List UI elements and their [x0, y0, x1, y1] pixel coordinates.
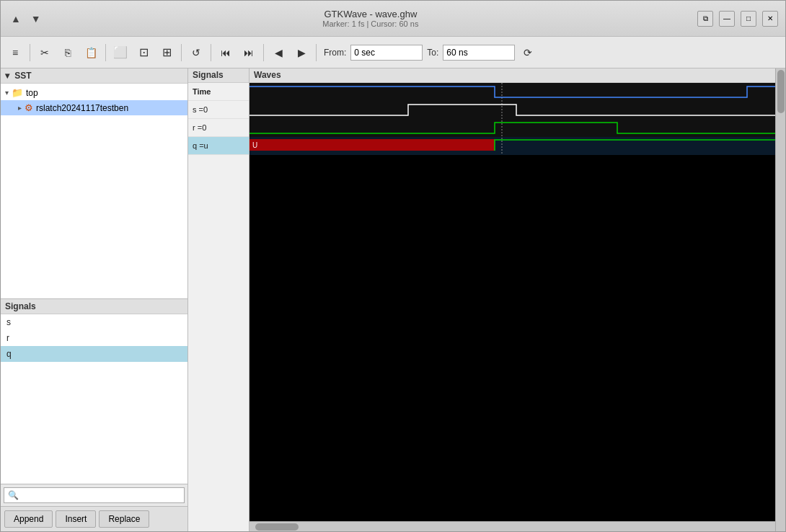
- signal-list: s r q: [1, 314, 187, 484]
- search-wrap: 🔍: [4, 487, 185, 503]
- append-button[interactable]: Append: [4, 510, 53, 528]
- search-icon: 🔍: [8, 490, 19, 500]
- h-scrollbar[interactable]: [250, 521, 775, 531]
- tree-item-top[interactable]: ▾ 📁 top: [1, 85, 187, 100]
- time-label: Time: [193, 87, 211, 96]
- sst-header: ▾ SST: [1, 68, 187, 84]
- sst-title: SST: [14, 71, 31, 81]
- signals-waves-container: Signals Time s =0 r =0 q =u: [188, 68, 785, 531]
- svg-text:U: U: [252, 141, 257, 149]
- zoom-button[interactable]: ⊞: [156, 43, 177, 63]
- from-label: From:: [324, 48, 346, 58]
- sst-section: ▾ SST ▾ 📁 top ▸ ⚙ rslatch20241117testben: [1, 68, 187, 299]
- search-bar: 🔍: [1, 484, 187, 506]
- signal-item-r[interactable]: r: [1, 330, 187, 346]
- scroll-down-arrow[interactable]: ▼: [28, 12, 44, 26]
- tree-module-icon: 📁: [12, 87, 23, 98]
- title-bar: ▲ ▼ GTKWave - wave.ghw Marker: 1 fs | Cu…: [1, 1, 785, 37]
- time-row: Time: [188, 83, 249, 101]
- tree-arrow-rslatch: ▸: [18, 104, 22, 112]
- title-bar-right: ⧉ — □ ✕: [697, 11, 778, 27]
- select-all-button[interactable]: ⬜: [110, 43, 131, 63]
- svg-rect-0: [250, 83, 775, 101]
- q-row: q =u: [188, 137, 249, 155]
- waves-header: Waves: [250, 68, 775, 83]
- title-bar-center: GTKWave - wave.ghw Marker: 1 fs | Cursor…: [44, 9, 697, 28]
- signal-list-header: Signals: [1, 299, 187, 314]
- first-button[interactable]: ⏮: [216, 43, 236, 63]
- r-row: r =0: [188, 119, 249, 137]
- tree-instance-icon: ⚙: [25, 102, 33, 113]
- sep2: [105, 44, 106, 61]
- minimize-button[interactable]: —: [719, 11, 735, 27]
- r-label: r =0: [193, 123, 206, 132]
- sep5: [263, 44, 264, 61]
- bottom-buttons: Append Insert Replace: [1, 506, 187, 531]
- signal-item-s[interactable]: s: [1, 314, 187, 330]
- zoom-fit-button[interactable]: ⊡: [133, 43, 154, 63]
- waves-canvas[interactable]: U: [250, 83, 775, 521]
- from-input[interactable]: [350, 45, 423, 61]
- toolbar: ≡ ✂ ⎘ 📋 ⬜ ⊡ ⊞ ↺ ⏮ ⏭ ◀ ▶ From: To: ⟳: [1, 37, 785, 68]
- svg-rect-5: [250, 139, 495, 151]
- sep3: [181, 44, 182, 61]
- sst-collapse-icon[interactable]: ▾: [5, 71, 9, 81]
- last-button[interactable]: ⏭: [239, 43, 259, 63]
- close-button[interactable]: ✕: [762, 11, 778, 27]
- sep1: [30, 44, 30, 61]
- h-scrollbar-thumb[interactable]: [255, 523, 299, 531]
- signal-list-section: Signals s r q 🔍 Append Insert Replace: [1, 299, 187, 531]
- signals-column: Signals Time s =0 r =0 q =u: [188, 68, 250, 531]
- waveform-svg: U: [250, 83, 775, 521]
- waves-area: Waves: [250, 68, 775, 531]
- undo-button[interactable]: ↺: [186, 43, 206, 63]
- prev-button[interactable]: ◀: [268, 43, 288, 63]
- paste-button[interactable]: 📋: [81, 43, 101, 63]
- to-input[interactable]: [443, 45, 515, 61]
- s-row: s =0: [188, 101, 249, 119]
- scroll-up-arrow[interactable]: ▲: [8, 12, 24, 26]
- signals-col-header: Signals: [188, 68, 249, 83]
- sst-tree: ▾ 📁 top ▸ ⚙ rslatch20241117testben: [1, 84, 187, 298]
- cut-button[interactable]: ✂: [35, 43, 55, 63]
- window-subtitle: Marker: 1 fs | Cursor: 60 ns: [322, 19, 418, 28]
- search-input[interactable]: [4, 487, 185, 503]
- main-area: ▾ SST ▾ 📁 top ▸ ⚙ rslatch20241117testben: [1, 68, 785, 531]
- refresh-button[interactable]: ⟳: [518, 43, 538, 63]
- v-scrollbar[interactable]: [775, 68, 785, 531]
- tree-item-rslatch[interactable]: ▸ ⚙ rslatch20241117testben: [1, 100, 187, 115]
- v-scrollbar-thumb[interactable]: [777, 70, 785, 113]
- replace-button[interactable]: Replace: [99, 510, 149, 528]
- to-label: To:: [427, 48, 438, 58]
- maximize-button[interactable]: □: [741, 11, 756, 27]
- window-title: GTKWave - wave.ghw: [324, 9, 417, 19]
- next-button[interactable]: ▶: [291, 43, 312, 63]
- sep6: [316, 44, 317, 61]
- menu-button[interactable]: ≡: [5, 43, 25, 63]
- left-panel: ▾ SST ▾ 📁 top ▸ ⚙ rslatch20241117testben: [1, 68, 188, 531]
- right-panel: Signals Time s =0 r =0 q =u: [188, 68, 785, 531]
- svg-rect-2: [250, 119, 775, 137]
- q-label: q =u: [193, 141, 208, 150]
- tree-label-rslatch: rslatch20241117testben: [36, 103, 128, 113]
- signal-item-q[interactable]: q: [1, 346, 187, 362]
- s-label: s =0: [193, 105, 208, 114]
- insert-button[interactable]: Insert: [56, 510, 96, 528]
- tree-arrow-top: ▾: [5, 89, 9, 97]
- tree-label-top: top: [26, 88, 38, 98]
- restore-button[interactable]: ⧉: [697, 11, 713, 27]
- copy-button[interactable]: ⎘: [58, 43, 78, 63]
- from-to-container: From: To:: [324, 45, 515, 61]
- sep4: [211, 44, 211, 61]
- svg-rect-1: [250, 101, 775, 119]
- main-window: ▲ ▼ GTKWave - wave.ghw Marker: 1 fs | Cu…: [0, 0, 786, 532]
- title-bar-left: ▲ ▼: [8, 12, 44, 26]
